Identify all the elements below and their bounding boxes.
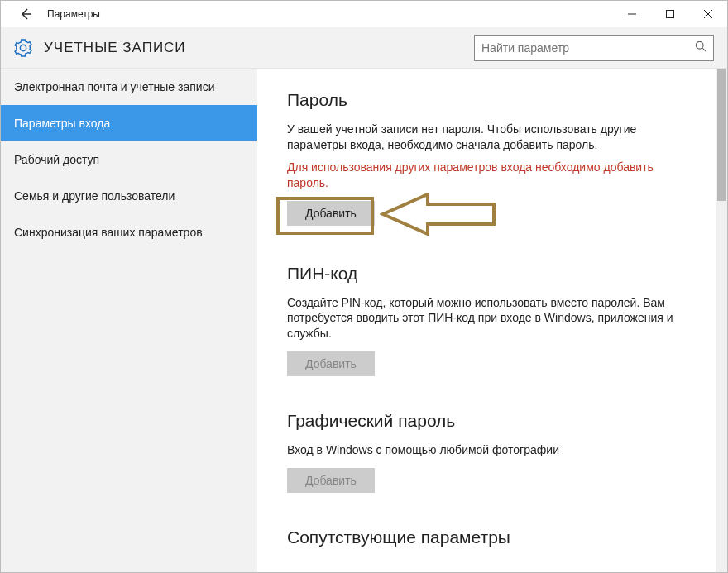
window-title: Параметры: [47, 8, 100, 20]
pin-description: Создайте PIN-код, который можно использо…: [287, 295, 676, 342]
sidebar-item-email-accounts[interactable]: Электронная почта и учетные записи: [1, 69, 257, 105]
svg-point-4: [696, 41, 703, 49]
password-description: У вашей учетной записи нет пароля. Чтобы…: [287, 122, 676, 153]
section-title: УЧЕТНЫЕ ЗАПИСИ: [44, 40, 186, 56]
sidebar-item-signin-options[interactable]: Параметры входа: [1, 105, 257, 141]
content-pane: Пароль У вашей учетной записи нет пароля…: [257, 69, 716, 572]
search-icon: [695, 41, 706, 55]
related-heading: Сопутствующие параметры: [287, 528, 694, 547]
sidebar-item-family-users[interactable]: Семья и другие пользователи: [1, 178, 257, 214]
search-box[interactable]: [474, 35, 714, 61]
close-button[interactable]: [689, 2, 727, 26]
picture-password-heading: Графический пароль: [287, 411, 694, 431]
back-button[interactable]: [14, 2, 37, 26]
maximize-button[interactable]: [651, 2, 689, 26]
svg-rect-1: [667, 10, 674, 17]
password-add-button[interactable]: Добавить: [287, 201, 375, 226]
search-input[interactable]: [481, 41, 695, 55]
picture-password-add-button: Добавить: [287, 468, 375, 493]
password-warning: Для использования других параметров вход…: [287, 160, 676, 191]
password-heading: Пароль: [287, 90, 694, 110]
pin-add-button: Добавить: [287, 351, 375, 376]
scrollbar-thumb[interactable]: [717, 69, 726, 201]
header: УЧЕТНЫЕ ЗАПИСИ: [1, 27, 727, 69]
sidebar: Электронная почта и учетные записи Парам…: [1, 69, 257, 572]
titlebar: Параметры: [1, 1, 727, 27]
scrollbar[interactable]: [716, 69, 727, 572]
svg-line-5: [702, 48, 706, 51]
sidebar-item-work-access[interactable]: Рабочий доступ: [1, 141, 257, 178]
pin-heading: ПИН-код: [287, 264, 694, 284]
picture-password-description: Вход в Windows с помощью любимой фотогра…: [287, 442, 676, 458]
sidebar-item-sync-settings[interactable]: Синхронизация ваших параметров: [1, 214, 257, 251]
gear-icon: [14, 39, 32, 57]
minimize-button[interactable]: [613, 2, 651, 26]
